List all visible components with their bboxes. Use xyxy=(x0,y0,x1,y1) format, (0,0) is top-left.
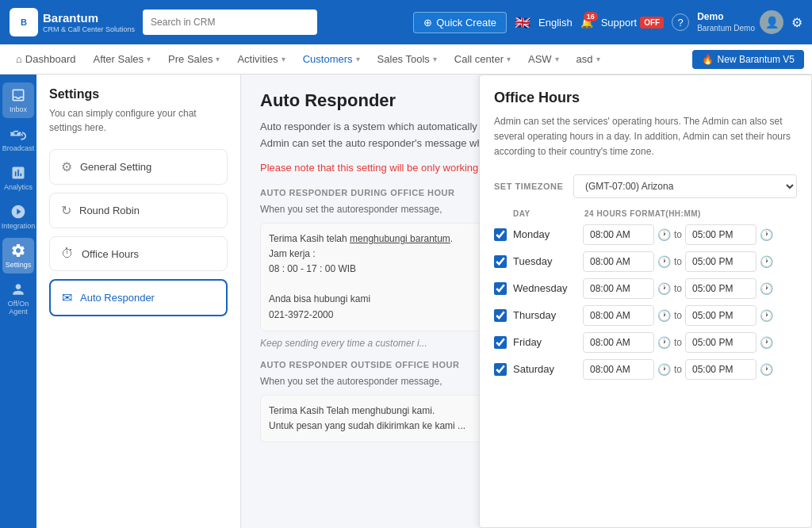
new-barantum-button[interactable]: 🔥 New Barantum V5 xyxy=(692,50,804,69)
user-info: Demo Barantum Demo xyxy=(697,11,755,34)
sidebar-item-broadcast[interactable]: Broadcast xyxy=(2,121,34,157)
menu-item-presales[interactable]: Pre Sales ▾ xyxy=(160,48,228,70)
integration-label: Integration xyxy=(2,222,36,230)
tuesday-to[interactable] xyxy=(685,251,756,272)
friday-label: Friday xyxy=(513,336,576,348)
sidebar-item-integration[interactable]: Integration xyxy=(2,199,34,235)
menu-item-callcenter[interactable]: Call center ▾ xyxy=(446,48,519,70)
avatar: 👤 xyxy=(760,10,783,34)
settings-menu-auto-responder[interactable]: ✉ Auto Responder xyxy=(49,279,228,316)
support-toggle[interactable]: OFF xyxy=(640,17,664,29)
user-menu[interactable]: Demo Barantum Demo 👤 xyxy=(697,10,783,34)
clock-icon: 🕐 xyxy=(657,228,671,241)
monday-checkbox[interactable] xyxy=(494,228,507,241)
friday-to[interactable] xyxy=(685,332,756,353)
sidebar-item-off-on-agent[interactable]: Off/OnAgent xyxy=(2,277,34,320)
monday-to[interactable] xyxy=(685,224,756,245)
during-msg-line6: 021-3972-2000 xyxy=(269,309,333,320)
auto-responder-icon: ✉ xyxy=(62,290,72,305)
menu-item-label: Dashboard xyxy=(25,53,76,65)
notification-badge: 16 xyxy=(584,12,598,21)
chevron-down-icon: ▾ xyxy=(555,55,559,63)
clock-icon: 🕐 xyxy=(760,255,773,268)
friday-time: 🕐 to 🕐 xyxy=(583,332,773,353)
settings-icon xyxy=(10,243,26,258)
nav-actions: ⊕ Quick Create 🇬🇧 English 🔔 16 Support O… xyxy=(413,10,802,34)
saturday-to[interactable] xyxy=(685,359,756,380)
saturday-checkbox[interactable] xyxy=(494,363,507,376)
sidebar-item-settings[interactable]: Settings xyxy=(2,238,34,274)
day-row-thursday: Thursday 🕐 to 🕐 xyxy=(494,305,797,326)
asw-label: ASW xyxy=(528,53,552,65)
menu-item-customers[interactable]: Customers ▾ xyxy=(295,48,368,70)
wednesday-checkbox[interactable] xyxy=(494,282,507,295)
inbox-icon xyxy=(10,87,26,103)
plus-icon: ⊕ xyxy=(423,17,432,29)
clock-icon: 🕐 xyxy=(657,282,671,295)
notification-bell[interactable]: 🔔 16 xyxy=(580,17,593,29)
menu-bar: ⌂ Dashboard After Sales ▾ Pre Sales ▾ Ac… xyxy=(0,44,812,75)
user-name: Demo xyxy=(697,11,755,24)
brand-logo-letter: B xyxy=(21,17,27,27)
day-row-wednesday: Wednesday 🕐 to 🕐 xyxy=(494,278,797,299)
settings-label: Settings xyxy=(6,261,32,269)
tuesday-from[interactable] xyxy=(583,251,654,272)
sidebar-item-analytics[interactable]: Analytics xyxy=(2,160,34,196)
language-label: English xyxy=(538,17,573,29)
clock-icon: 🕐 xyxy=(760,309,773,322)
friday-from[interactable] xyxy=(583,332,654,353)
support-label: Support xyxy=(601,17,638,29)
to-separator: to xyxy=(674,229,682,240)
timezone-select[interactable]: (GMT-07:00) Arizona xyxy=(573,174,797,198)
tuesday-label: Tuesday xyxy=(513,255,576,267)
brand-logo: B xyxy=(10,8,38,36)
office-hours-panel-desc: Admin can set the services' operating ho… xyxy=(494,114,797,160)
analytics-label: Analytics xyxy=(4,183,33,191)
wednesday-to[interactable] xyxy=(685,278,756,299)
menu-item-activities[interactable]: Activities ▾ xyxy=(229,48,293,70)
saturday-from[interactable] xyxy=(583,359,654,380)
agent-icon xyxy=(10,281,26,297)
clock-icon: 🕐 xyxy=(657,255,671,268)
settings-menu-round-robin[interactable]: ↻ Round Robin xyxy=(49,193,228,228)
clock-icon: 🕐 xyxy=(760,336,773,349)
tuesday-checkbox[interactable] xyxy=(494,255,507,268)
menu-item-asw[interactable]: ASW ▾ xyxy=(520,48,567,70)
friday-checkbox[interactable] xyxy=(494,336,507,349)
help-button[interactable]: ? xyxy=(672,13,689,31)
thursday-label: Thursday xyxy=(513,309,576,321)
brand-text: Barantum CRM & Call Center Solutions xyxy=(43,11,135,34)
menu-item-dashboard[interactable]: ⌂ Dashboard xyxy=(8,48,83,70)
thursday-checkbox[interactable] xyxy=(494,309,507,322)
settings-menu-general[interactable]: ⚙ General Setting xyxy=(49,149,228,185)
day-col-label: DAY xyxy=(513,209,584,218)
settings-menu-office-hours[interactable]: ⏱ Office Hours xyxy=(49,236,228,271)
wednesday-time: 🕐 to 🕐 xyxy=(583,278,773,299)
timezone-row: SET TIMEZONE (GMT-07:00) Arizona xyxy=(494,174,797,198)
during-msg-line5: Anda bisa hubungi kami xyxy=(269,293,370,304)
salestools-label: Sales Tools xyxy=(377,53,430,65)
chevron-down-icon: ▾ xyxy=(507,55,511,63)
outside-msg-line1: Terima Kasih Telah menghubungi kami. xyxy=(269,405,435,416)
thursday-from[interactable] xyxy=(583,305,654,326)
office-hours-icon: ⏱ xyxy=(61,247,74,261)
timezone-label: SET TIMEZONE xyxy=(494,182,565,191)
nav-settings-icon[interactable]: ⚙ xyxy=(791,15,802,30)
monday-from[interactable] xyxy=(583,224,654,245)
wednesday-from[interactable] xyxy=(583,278,654,299)
thursday-time: 🕐 to 🕐 xyxy=(583,305,773,326)
menu-item-salestools[interactable]: Sales Tools ▾ xyxy=(370,48,445,70)
customers-label: Customers xyxy=(303,53,353,65)
asd-label: asd xyxy=(576,53,593,65)
day-row-monday: Monday 🕐 to 🕐 xyxy=(494,224,797,245)
menu-item-aftersales[interactable]: After Sales ▾ xyxy=(85,48,159,70)
search-input[interactable] xyxy=(143,10,317,35)
sidebar-item-inbox[interactable]: Inbox xyxy=(2,82,34,118)
broadcast-icon xyxy=(10,126,26,142)
thursday-to[interactable] xyxy=(685,305,756,326)
general-setting-icon: ⚙ xyxy=(61,159,72,174)
menu-item-asd[interactable]: asd ▾ xyxy=(569,48,608,70)
auto-responder-label: Auto Responder xyxy=(80,292,155,304)
quick-create-button[interactable]: ⊕ Quick Create xyxy=(413,12,507,33)
brand-name: Barantum xyxy=(43,11,135,25)
